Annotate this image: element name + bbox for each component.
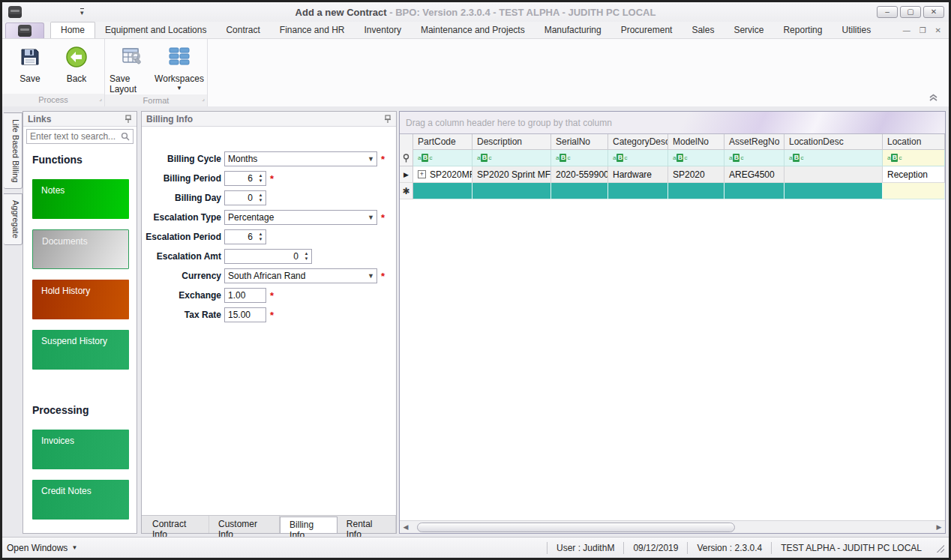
column-header-location[interactable]: Location bbox=[883, 134, 945, 150]
billing-cycle-select[interactable]: Months▼ bbox=[224, 151, 377, 166]
filter-cell-locationdesc[interactable]: aBc bbox=[784, 150, 883, 166]
link-button-credit-notes[interactable]: Credit Notes bbox=[32, 480, 129, 520]
escalation-amt-input[interactable]: 0▲▼ bbox=[224, 249, 312, 264]
save-button[interactable]: Save bbox=[7, 42, 53, 94]
column-header-modelno[interactable]: ModelNo bbox=[668, 134, 724, 150]
column-header-categorydesc[interactable]: CategoryDesc bbox=[608, 134, 668, 150]
column-header-assetregno[interactable]: AssetRegNo bbox=[724, 134, 784, 150]
new-row-cell-location[interactable] bbox=[883, 183, 945, 199]
billing-period-input[interactable]: 6▲▼ bbox=[224, 171, 266, 186]
resize-grip[interactable] bbox=[935, 544, 944, 553]
column-header-serialno[interactable]: SerialNo bbox=[551, 134, 608, 150]
cell-partcode[interactable]: +SP2020MFC bbox=[413, 166, 472, 183]
escalation-type-select[interactable]: Percentage▼ bbox=[224, 210, 377, 225]
open-windows-button[interactable]: Open Windows ▼ bbox=[7, 543, 77, 553]
abc-filter-icon[interactable]: aBc bbox=[673, 154, 687, 162]
spin-up-icon[interactable]: ▲ bbox=[259, 173, 263, 178]
currency-select[interactable]: South African Rand▼ bbox=[224, 268, 377, 283]
back-button[interactable]: Back bbox=[53, 42, 100, 94]
link-button-suspend-history[interactable]: Suspend History bbox=[32, 330, 129, 370]
abc-filter-icon[interactable]: aBc bbox=[613, 154, 627, 162]
cell-serialno[interactable]: 2020-559900 bbox=[551, 166, 608, 183]
new-row-cell-partcode[interactable] bbox=[413, 183, 472, 199]
minimize-button[interactable]: – bbox=[877, 6, 898, 18]
spinner-buttons[interactable]: ▲▼ bbox=[256, 193, 266, 203]
tab-sales[interactable]: Sales bbox=[682, 22, 724, 38]
dialog-launcher-icon[interactable]: ⌟ bbox=[99, 93, 102, 105]
scroll-left-icon[interactable]: ◀ bbox=[400, 523, 412, 531]
tab-equipment-and-locations[interactable]: Equipment and Locations bbox=[95, 22, 216, 38]
link-button-notes[interactable]: Notes bbox=[32, 179, 129, 219]
application-button[interactable] bbox=[5, 22, 44, 38]
filter-cell-partcode[interactable]: aBc bbox=[413, 150, 472, 166]
grid-horizontal-scrollbar[interactable]: ◀ ▶ bbox=[400, 520, 945, 533]
cell-description[interactable]: SP2020 Sprint MFC bbox=[472, 166, 551, 183]
cell-locationdesc[interactable] bbox=[784, 166, 883, 183]
new-row-cell-assetregno[interactable] bbox=[724, 183, 784, 199]
tab-utilities[interactable]: Utilities bbox=[832, 22, 880, 38]
workspaces-button[interactable]: Workspaces▼ bbox=[156, 42, 202, 94]
cell-location[interactable]: Reception bbox=[883, 166, 945, 183]
billing-day-input[interactable]: 0▲▼ bbox=[224, 190, 266, 205]
tab-service[interactable]: Service bbox=[724, 22, 773, 38]
cell-modelno[interactable]: SP2020 bbox=[668, 166, 724, 183]
spin-down-icon[interactable]: ▼ bbox=[259, 237, 263, 242]
link-button-invoices[interactable]: Invoices bbox=[32, 430, 129, 469]
column-header-partcode[interactable]: PartCode bbox=[413, 134, 472, 150]
abc-filter-icon[interactable]: aBc bbox=[418, 154, 432, 162]
chevron-down-icon[interactable]: ▼ bbox=[365, 214, 376, 221]
mdi-minimize-icon[interactable]: — bbox=[903, 26, 910, 34]
spin-down-icon[interactable]: ▼ bbox=[304, 256, 309, 262]
search-input[interactable] bbox=[30, 131, 121, 142]
filter-cell-description[interactable]: aBc bbox=[472, 150, 551, 166]
exchange-input[interactable]: 1.00 bbox=[224, 288, 266, 303]
save-layout-button[interactable]: Save Layout bbox=[110, 42, 156, 94]
close-button[interactable]: ✕ bbox=[923, 6, 944, 18]
scroll-right-icon[interactable]: ▶ bbox=[933, 523, 945, 531]
new-row-cell-locationdesc[interactable] bbox=[784, 183, 883, 199]
spinner-buttons[interactable]: ▲▼ bbox=[256, 232, 266, 242]
table-row[interactable]: ▶+SP2020MFCSP2020 Sprint MFC2020-559900H… bbox=[400, 166, 945, 183]
spin-up-icon[interactable]: ▲ bbox=[304, 251, 309, 256]
dialog-launcher-icon[interactable]: ⌟ bbox=[202, 93, 205, 105]
filter-cell-location[interactable]: aBc bbox=[883, 150, 945, 166]
side-tab-aggregate[interactable]: Aggregate bbox=[4, 193, 22, 245]
new-row-cell-description[interactable] bbox=[472, 183, 551, 199]
abc-filter-icon[interactable]: aBc bbox=[477, 154, 491, 162]
filter-cell-serialno[interactable]: aBc bbox=[551, 150, 608, 166]
chevron-down-icon[interactable]: ▼ bbox=[365, 272, 376, 280]
spin-up-icon[interactable]: ▲ bbox=[259, 193, 263, 198]
mdi-restore-icon[interactable]: ❐ bbox=[920, 26, 926, 34]
maximize-button[interactable]: ▢ bbox=[900, 6, 921, 18]
tab-home[interactable]: Home bbox=[50, 22, 95, 38]
cell-assetregno[interactable]: AREG4500 bbox=[724, 166, 784, 183]
abc-filter-icon[interactable]: aBc bbox=[887, 154, 902, 162]
spinner-buttons[interactable]: ▲▼ bbox=[256, 173, 266, 184]
mdi-close-icon[interactable]: ✕ bbox=[935, 26, 941, 34]
tab-procurement[interactable]: Procurement bbox=[611, 22, 682, 38]
column-header-description[interactable]: Description bbox=[472, 134, 551, 150]
tax-rate-input[interactable]: 15.00 bbox=[224, 307, 266, 322]
tab-reporting[interactable]: Reporting bbox=[773, 22, 832, 38]
abc-filter-icon[interactable]: aBc bbox=[729, 154, 743, 162]
filter-cell-categorydesc[interactable]: aBc bbox=[608, 150, 668, 166]
quick-access-dropdown-icon[interactable]: ▾ bbox=[80, 8, 84, 16]
spin-down-icon[interactable]: ▼ bbox=[259, 178, 263, 184]
tab-inventory[interactable]: Inventory bbox=[355, 22, 411, 38]
filter-cell-assetregno[interactable]: aBc bbox=[724, 150, 784, 166]
group-by-box[interactable]: Drag a column header here to group by th… bbox=[400, 112, 945, 134]
tab-contract[interactable]: Contract bbox=[216, 22, 269, 38]
tab-customer-info[interactable]: Customer Info bbox=[209, 516, 280, 533]
spin-up-icon[interactable]: ▲ bbox=[259, 232, 263, 237]
spinner-buttons[interactable]: ▲▼ bbox=[302, 251, 311, 262]
spin-down-icon[interactable]: ▼ bbox=[259, 198, 263, 203]
tab-contract-info[interactable]: Contract Info bbox=[143, 516, 209, 533]
link-button-documents[interactable]: Documents bbox=[32, 229, 129, 269]
expand-row-icon[interactable]: + bbox=[418, 170, 426, 178]
tab-finance-and-hr[interactable]: Finance and HR bbox=[270, 22, 355, 38]
escalation-period-input[interactable]: 6▲▼ bbox=[224, 229, 266, 244]
app-icon[interactable] bbox=[8, 6, 22, 18]
new-row-cell-categorydesc[interactable] bbox=[608, 183, 668, 199]
cell-categorydesc[interactable]: Hardware bbox=[608, 166, 668, 183]
chevron-down-icon[interactable]: ▼ bbox=[365, 155, 376, 163]
